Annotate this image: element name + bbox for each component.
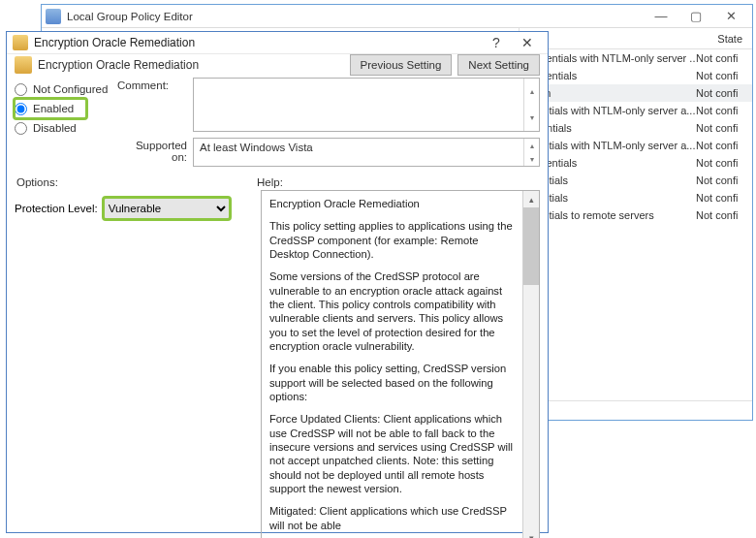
help-text: Encryption Oracle Remediation This polic… bbox=[262, 191, 522, 538]
radio-not-configured[interactable]: Not Configured bbox=[15, 79, 110, 99]
gpedit-titlebar: Local Group Policy Editor — ▢ ✕ bbox=[42, 5, 752, 28]
options-panel: Protection Level: Vulnerable bbox=[15, 190, 255, 538]
dialog-title: Encryption Oracle Remediation bbox=[34, 36, 195, 49]
policy-list-row[interactable]: credentialsNot confi bbox=[520, 67, 752, 84]
comment-textarea[interactable]: ▴▾ bbox=[193, 78, 540, 132]
next-setting-button[interactable]: Next Setting bbox=[457, 54, 540, 76]
policy-list-row[interactable]: edentials with NTLM-only server a...Not … bbox=[520, 137, 752, 154]
policy-list-row[interactable]: edentials to remote serversNot confi bbox=[520, 206, 752, 224]
protection-level-label: Protection Level: bbox=[15, 203, 98, 214]
protection-level-select[interactable]: Vulnerable bbox=[104, 198, 230, 219]
comment-label: Comment: bbox=[117, 78, 187, 91]
minimize-button[interactable]: — bbox=[644, 6, 678, 27]
dialog-help-button[interactable]: ? bbox=[482, 32, 511, 53]
radio-enabled-input[interactable] bbox=[15, 103, 27, 115]
policy-list-row[interactable]: iationNot confi bbox=[520, 84, 752, 102]
previous-setting-button[interactable]: Previous Setting bbox=[350, 54, 453, 76]
policy-dialog: Encryption Oracle Remediation ? ✕ Encryp… bbox=[6, 31, 549, 533]
policy-list-row[interactable]: credentialsNot confi bbox=[520, 154, 752, 172]
radio-disabled-input[interactable] bbox=[15, 122, 27, 135]
state-radio-group: Not Configured Enabled Disabled bbox=[15, 78, 110, 167]
gpedit-icon bbox=[46, 9, 61, 24]
help-scrollbar[interactable]: ▴ ▾ bbox=[522, 191, 539, 538]
supported-label: Supported on: bbox=[117, 138, 187, 163]
supported-scrollbar: ▴▾ bbox=[523, 139, 539, 166]
radio-not-configured-input[interactable] bbox=[15, 83, 27, 96]
radio-disabled[interactable]: Disabled bbox=[15, 118, 110, 138]
policy-list-row[interactable]: edentials with NTLM-only server a...Not … bbox=[520, 102, 752, 119]
policy-list-row[interactable]: edentialsNot confi bbox=[520, 172, 752, 189]
dialog-titlebar: Encryption Oracle Remediation ? ✕ bbox=[7, 32, 548, 54]
supported-on-box: At least Windows Vista ▴▾ bbox=[193, 138, 540, 167]
state-column-header[interactable]: State bbox=[520, 28, 752, 49]
gpedit-list-pane: State credentials with NTLM-only server … bbox=[520, 28, 752, 420]
policy-name: Encryption Oracle Remediation bbox=[38, 58, 199, 72]
options-label: Options: bbox=[16, 176, 257, 188]
policy-list-row[interactable]: credentials with NTLM-only server ...Not… bbox=[520, 49, 752, 67]
comment-scrollbar[interactable]: ▴▾ bbox=[523, 79, 539, 131]
close-button[interactable]: ✕ bbox=[713, 6, 748, 27]
help-label: Help: bbox=[257, 176, 283, 188]
policy-icon bbox=[13, 35, 28, 50]
gpedit-title: Local Group Policy Editor bbox=[67, 11, 193, 22]
maximize-button[interactable]: ▢ bbox=[678, 6, 713, 27]
policy-list-row[interactable]: edentialsNot confi bbox=[520, 189, 752, 206]
radio-enabled[interactable]: Enabled bbox=[15, 99, 86, 118]
policy-list-row[interactable]: redentialsNot confi bbox=[520, 119, 752, 137]
dialog-close-button[interactable]: ✕ bbox=[513, 32, 542, 53]
policy-icon bbox=[15, 56, 32, 74]
